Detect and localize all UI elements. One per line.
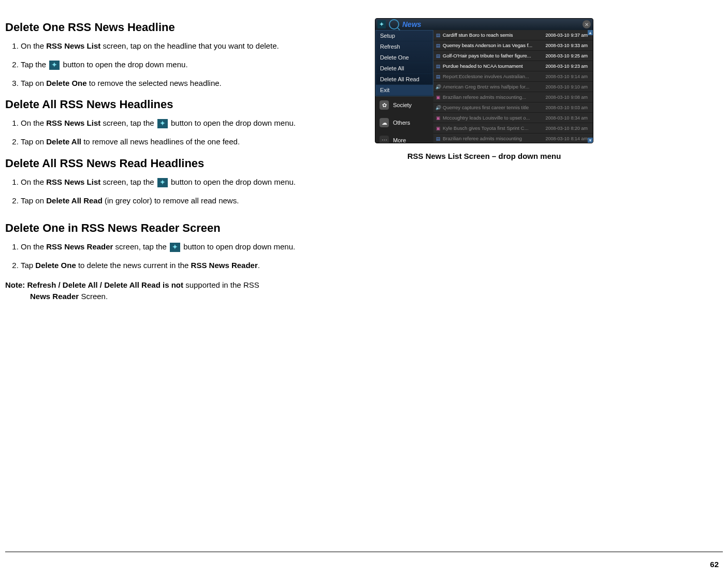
doc-icon: ▤ xyxy=(435,74,441,79)
date-text: 2008-03-10 xyxy=(545,33,569,38)
steps-delete-all-read: On the RSS News List screen, tap the but… xyxy=(5,176,357,206)
date-text: 2008-03-10 xyxy=(545,115,569,121)
headline-text: Report:Ecclestone involves Australian... xyxy=(443,73,544,79)
news-row[interactable]: 🔊American Greg Bretz wins halfpipe for..… xyxy=(433,82,593,92)
news-row[interactable]: ▤Report:Ecclestone involves Australian..… xyxy=(433,71,593,82)
step: Tap the button to open the drop down men… xyxy=(21,59,357,70)
date-text: 2008-03-10 xyxy=(545,84,569,90)
instructions-column: Delete One RSS News Headline On the RSS … xyxy=(5,16,357,303)
doc-icon: ▤ xyxy=(435,64,441,69)
news-feed: ▲ ▤Cardiff stun Boro to reach semis2008-… xyxy=(433,30,593,143)
device-screenshot: News ✕ Setup Refresh Delete One Delete A… xyxy=(375,18,593,143)
headline-text: Cardiff stun Boro to reach semis xyxy=(443,32,544,38)
menu-item-delete-all[interactable]: Delete All xyxy=(376,63,433,74)
date-text: 2008-03-10 xyxy=(545,136,569,141)
menu-item-refresh[interactable]: Refresh xyxy=(376,41,433,52)
topbar: News ✕ xyxy=(375,19,593,30)
steps-delete-one: On the RSS News List screen, tap on the … xyxy=(5,40,357,88)
time-text: 9:37 am xyxy=(571,33,588,38)
step: Tap on Delete One to remove the selected… xyxy=(21,78,357,89)
step: Tap on Delete All to remove all news hea… xyxy=(21,136,357,147)
screenshot-column: News ✕ Setup Refresh Delete One Delete A… xyxy=(373,16,595,303)
step: Tap on Delete All Read (in grey color) t… xyxy=(21,195,357,206)
step: Tap Delete One to delete the news curren… xyxy=(21,260,357,271)
menu-icon xyxy=(49,61,60,70)
heading-delete-all: Delete All RSS News Headlines xyxy=(5,98,357,111)
sidebar: Setup Refresh Delete One Delete All Dele… xyxy=(375,30,433,143)
screenshot-caption: RSS News List Screen – drop down menu xyxy=(373,152,595,160)
app-logo-icon[interactable] xyxy=(377,20,386,28)
time-text: 8:34 am xyxy=(571,115,588,121)
doc-icon: ▤ xyxy=(435,33,441,38)
headline-text: American Greg Bretz wins halfpipe for... xyxy=(443,84,544,90)
more-icon: ⋯ xyxy=(380,136,389,143)
heading-delete-all-read: Delete All RSS News Read Headlines xyxy=(5,157,357,170)
time-text: 8:20 am xyxy=(571,126,588,131)
step: On the RSS News List screen, tap the but… xyxy=(21,117,357,129)
heading-delete-one: Delete One RSS News Headline xyxy=(5,21,357,34)
pic-icon: ▣ xyxy=(435,95,441,100)
drop-down-menu: Setup Refresh Delete One Delete All Dele… xyxy=(375,30,433,96)
menu-item-setup[interactable]: Setup xyxy=(376,31,433,41)
date-text: 2008-03-10 xyxy=(545,95,569,100)
news-row[interactable]: ▣Mccoughtry leads Louisville to upset o.… xyxy=(433,113,593,123)
time-text: 9:25 am xyxy=(571,53,588,58)
steps-delete-all: On the RSS News List screen, tap the but… xyxy=(5,117,357,147)
date-text: 2008-03-10 xyxy=(545,64,569,69)
others-icon: ☁ xyxy=(380,118,389,127)
scroll-down-icon[interactable]: ▼ xyxy=(588,138,593,143)
headline-text: Querrey captures first career tennis tit… xyxy=(443,105,544,110)
news-row[interactable]: ▤Cardiff stun Boro to reach semis2008-03… xyxy=(433,30,593,40)
step: On the RSS News List screen, tap the but… xyxy=(21,176,357,188)
app-title: News xyxy=(402,20,421,28)
snd-icon: 🔊 xyxy=(435,84,441,90)
time-text: 8:14 am xyxy=(571,136,588,141)
pic-icon: ▣ xyxy=(435,126,441,131)
search-icon[interactable] xyxy=(389,19,399,29)
date-text: 2008-03-10 xyxy=(545,43,569,48)
doc-icon: ▤ xyxy=(435,136,441,141)
step: On the RSS News Reader screen, tap the b… xyxy=(21,241,357,253)
menu-item-exit[interactable]: Exit xyxy=(376,85,433,96)
menu-icon xyxy=(157,119,168,128)
headline-text: Brazilian referee admits miscounting xyxy=(443,136,544,141)
steps-delete-one-reader: On the RSS News Reader screen, tap the b… xyxy=(5,241,357,271)
time-text: 9:08 am xyxy=(571,95,588,100)
sidebar-item-society[interactable]: ✿ Society xyxy=(375,96,433,114)
date-text: 2008-03-10 xyxy=(545,53,569,58)
sidebar-item-more[interactable]: ⋯ More xyxy=(375,131,433,143)
footer-rule xyxy=(5,552,723,552)
news-row[interactable]: 🔊Querrey captures first career tennis ti… xyxy=(433,102,593,113)
step: On the RSS News List screen, tap on the … xyxy=(21,40,357,52)
sidebar-item-others[interactable]: ☁ Others xyxy=(375,114,433,131)
date-text: 2008-03-10 xyxy=(545,105,569,110)
news-row[interactable]: ▤Golf-O'Hair pays tribute to father figu… xyxy=(433,51,593,61)
time-text: 9:10 am xyxy=(571,84,588,90)
time-text: 9:33 am xyxy=(571,43,588,48)
time-text: 9:23 am xyxy=(571,64,588,69)
scroll-up-icon[interactable]: ▲ xyxy=(588,30,593,35)
news-row[interactable]: ▣Brazilian referee admits miscounting...… xyxy=(433,92,593,102)
menu-item-delete-one[interactable]: Delete One xyxy=(376,52,433,63)
headline-text: Mccoughtry leads Louisville to upset o..… xyxy=(443,115,544,121)
news-row[interactable]: ▤Purdue headed to NCAA tournament2008-03… xyxy=(433,61,593,71)
news-row[interactable]: ▤Brazilian referee admits miscounting200… xyxy=(433,134,593,143)
headline-text: Purdue headed to NCAA tournament xyxy=(443,63,544,69)
headline-text: Brazilian referee admits miscounting... xyxy=(443,94,544,100)
society-icon: ✿ xyxy=(380,100,389,110)
news-row[interactable]: ▤Querrey beats Anderson in Las Vegas f..… xyxy=(433,40,593,51)
date-text: 2008-03-10 xyxy=(545,126,569,131)
snd-icon: 🔊 xyxy=(435,105,441,110)
doc-icon: ▤ xyxy=(435,43,441,48)
menu-item-delete-all-read[interactable]: Delete All Read xyxy=(376,74,433,85)
close-icon[interactable]: ✕ xyxy=(583,20,591,28)
time-text: 9:14 am xyxy=(571,74,588,79)
page-number: 62 xyxy=(710,560,719,569)
date-text: 2008-03-10 xyxy=(545,74,569,79)
menu-icon xyxy=(170,243,180,252)
doc-icon: ▤ xyxy=(435,53,441,58)
time-text: 9:03 am xyxy=(571,105,588,110)
headline-text: Golf-O'Hair pays tribute to father figur… xyxy=(443,53,544,58)
menu-icon xyxy=(157,178,168,187)
news-row[interactable]: ▣Kyle Busch gives Toyota first Sprint C.… xyxy=(433,123,593,134)
